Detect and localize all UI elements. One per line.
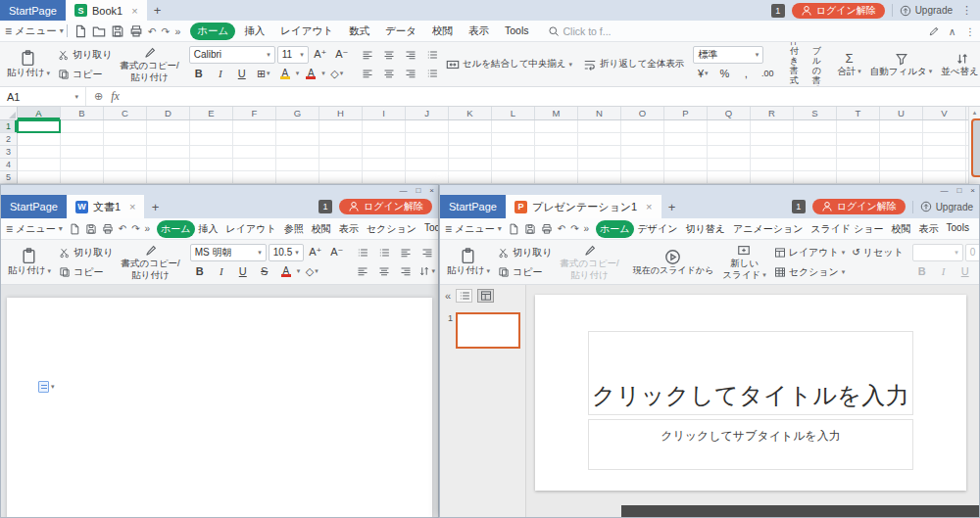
- menu-button[interactable]: メニュー: [15, 24, 57, 38]
- borders-button[interactable]: ⊞▾: [254, 65, 273, 83]
- row-header[interactable]: 2: [0, 133, 18, 146]
- maximize-icon[interactable]: □: [416, 186, 420, 195]
- ribbon-tab[interactable]: 表示: [462, 23, 496, 40]
- increase-font-icon[interactable]: A⁺: [306, 243, 325, 261]
- new-tab-button[interactable]: +: [144, 195, 166, 218]
- decrease-indent-icon[interactable]: [396, 243, 416, 261]
- cut-button[interactable]: 切り取り: [495, 243, 555, 261]
- format-painter-button[interactable]: 書式のコピー/ 貼り付け: [116, 44, 182, 84]
- ribbon-tab[interactable]: 切り替え: [681, 220, 728, 238]
- currency-format-icon[interactable]: ¥▾: [693, 65, 712, 83]
- column-header[interactable]: R: [751, 107, 794, 119]
- column-header[interactable]: P: [664, 107, 708, 119]
- font-color-button[interactable]: A▾: [301, 65, 325, 83]
- column-header[interactable]: F: [233, 107, 276, 119]
- numbered-list-icon[interactable]: [374, 243, 394, 261]
- ribbon-search[interactable]: Click to f...: [548, 25, 612, 37]
- tab-startpage[interactable]: StartPage: [0, 0, 66, 21]
- ribbon-tab[interactable]: レイアウト: [273, 23, 340, 40]
- undo-icon[interactable]: ↶: [148, 25, 157, 37]
- ribbon-tab[interactable]: 参照: [280, 220, 308, 238]
- merge-center-button[interactable]: セルを結合して中央揃え▾: [443, 55, 575, 73]
- ribbon-tab[interactable]: 校閲: [308, 220, 335, 238]
- ribbon-tab[interactable]: ホーム: [596, 220, 633, 238]
- selected-cell-a1[interactable]: [17, 119, 61, 133]
- more-options-icon[interactable]: ⋮: [959, 4, 974, 17]
- ribbon-tab[interactable]: 表示: [335, 220, 363, 238]
- redo-icon[interactable]: ↷: [162, 25, 171, 37]
- logout-button[interactable]: ログイン解除: [339, 199, 432, 214]
- decrease-indent-icon[interactable]: [422, 45, 442, 64]
- column-header[interactable]: J: [406, 107, 449, 119]
- close-window-icon[interactable]: ×: [970, 186, 975, 195]
- bold-button[interactable]: B: [912, 262, 932, 281]
- tab-startpage[interactable]: StartPage: [440, 195, 506, 218]
- align-right-icon[interactable]: [396, 262, 416, 281]
- cut-button[interactable]: 切り取り: [55, 45, 115, 64]
- font-name-select[interactable]: MS 明朝▾: [190, 244, 267, 261]
- italic-button[interactable]: I: [211, 65, 230, 83]
- ribbon-tab[interactable]: Tools: [420, 220, 438, 238]
- minimize-icon[interactable]: —: [940, 186, 948, 195]
- undo-icon[interactable]: ↶: [558, 223, 565, 234]
- column-header[interactable]: K: [449, 107, 492, 119]
- font-name-select[interactable]: ▾: [912, 244, 963, 261]
- ribbon-tab[interactable]: Tools: [943, 220, 973, 238]
- user-count-badge[interactable]: 1: [318, 200, 332, 213]
- conditional-format-button[interactable]: 条件付き書式の設定: [783, 44, 805, 84]
- number-format-select[interactable]: 標準▾: [693, 46, 763, 64]
- font-name-select[interactable]: Calibri▾: [189, 46, 275, 64]
- new-tab-button[interactable]: +: [662, 195, 683, 218]
- italic-button[interactable]: I: [934, 262, 954, 281]
- column-header[interactable]: L: [492, 107, 535, 119]
- tab-document1[interactable]: W 文書1 ×: [67, 195, 145, 218]
- highlight-button[interactable]: ◇▾: [327, 65, 347, 83]
- play-from-current-button[interactable]: 現在のスライドから: [629, 242, 717, 282]
- column-header[interactable]: O: [621, 107, 664, 119]
- more-commands-icon[interactable]: »: [145, 223, 151, 234]
- strikethrough-button[interactable]: S: [255, 262, 274, 281]
- font-size-select[interactable]: 11▾: [277, 46, 309, 64]
- row-header[interactable]: 1: [0, 120, 18, 133]
- paste-button[interactable]: 貼り付け▾: [443, 242, 494, 282]
- upgrade-button[interactable]: Upgrade: [920, 201, 973, 212]
- new-document-icon[interactable]: [74, 24, 87, 38]
- column-header[interactable]: M: [535, 107, 578, 119]
- user-count-badge[interactable]: 1: [771, 4, 785, 18]
- ribbon-tab[interactable]: データ: [378, 23, 423, 40]
- increase-font-icon[interactable]: A⁺: [311, 45, 330, 64]
- open-folder-icon[interactable]: [92, 24, 106, 38]
- more-commands-icon[interactable]: »: [174, 25, 180, 37]
- ribbon-tab[interactable]: 挿入: [237, 23, 271, 40]
- column-header[interactable]: S: [794, 107, 837, 119]
- redo-icon[interactable]: ↷: [570, 223, 578, 234]
- comma-format-icon[interactable]: ,: [736, 65, 756, 83]
- sort-button[interactable]: 並べ替え▾: [937, 44, 980, 84]
- document-page[interactable]: [7, 298, 432, 517]
- close-tab-icon[interactable]: ×: [131, 5, 137, 17]
- cell-name-box[interactable]: A1 ▾: [0, 87, 86, 106]
- menu-button[interactable]: メニュー: [16, 222, 56, 236]
- new-document-icon[interactable]: [508, 223, 519, 235]
- ribbon-tab[interactable]: セクション: [363, 220, 420, 238]
- subtitle-placeholder[interactable]: クリックしてサブタイトルを入力: [588, 419, 913, 470]
- slide-view-toggle[interactable]: [477, 289, 494, 303]
- tab-book1[interactable]: S Book1 ×: [66, 0, 147, 21]
- column-header[interactable]: A: [18, 107, 61, 119]
- decrease-font-icon[interactable]: A⁻: [327, 243, 347, 261]
- bold-button[interactable]: B: [190, 262, 210, 281]
- title-placeholder[interactable]: クリックしてタイトルを入力: [588, 331, 913, 415]
- font-size-select[interactable]: 0▾: [965, 244, 979, 261]
- fill-color-button[interactable]: A▾: [275, 65, 300, 83]
- more-commands-icon[interactable]: »: [584, 223, 590, 234]
- autofilter-button[interactable]: 自動フィルタ▾: [866, 44, 936, 84]
- collapse-panel-icon[interactable]: «: [445, 290, 451, 302]
- outline-view-toggle[interactable]: [456, 289, 472, 303]
- sum-button[interactable]: Σ 合計▾: [833, 44, 865, 84]
- row-header[interactable]: 5: [0, 171, 18, 184]
- underline-button[interactable]: U: [233, 262, 253, 281]
- layout-button[interactable]: レイアウト▾: [771, 243, 849, 261]
- increase-indent-icon[interactable]: [422, 65, 442, 83]
- close-window-icon[interactable]: ×: [429, 186, 434, 195]
- ribbon-tab[interactable]: ホーム: [190, 23, 235, 40]
